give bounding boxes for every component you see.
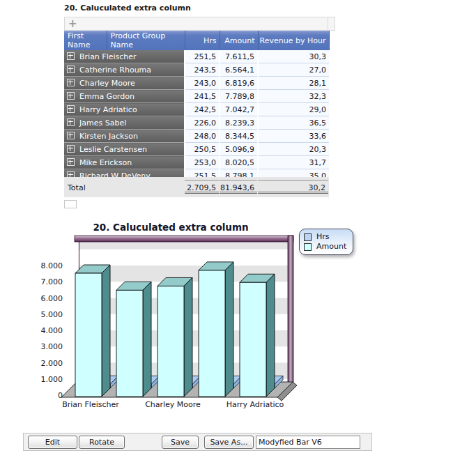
- data-grid: First NameProduct Group NameHrsAmountRev…: [64, 31, 330, 196]
- amount-bar-side: [225, 262, 233, 397]
- x-axis-category-label: Brian Fleischer: [62, 400, 119, 409]
- chart-legend: HrsAmount: [299, 229, 353, 255]
- edit-button[interactable]: Edit: [28, 436, 77, 449]
- row-hrs-cell: 253,0: [185, 156, 220, 169]
- row-amount-cell: 8.239,3: [220, 116, 258, 130]
- row-name-cell: Mike Erickson: [64, 156, 185, 169]
- total-amount-value: 81.943,6: [220, 180, 257, 194]
- row-name-label: Leslie Carstensen: [79, 145, 147, 154]
- table-row[interactable]: Mike Erickson253,08.020,531,7: [64, 156, 329, 169]
- row-revenue-by-hour-cell: 27,0: [258, 63, 329, 77]
- row-name-cell: James Sabel: [64, 116, 185, 130]
- chart-frame-right: [288, 236, 293, 385]
- row-name-label: Brian Fleischer: [79, 52, 137, 61]
- save-as-button[interactable]: Save As...: [204, 436, 254, 449]
- amount-bar-side: [266, 274, 275, 397]
- row-amount-cell: 7.611,5: [220, 50, 258, 63]
- add-column-icon[interactable]: +: [68, 18, 77, 29]
- expand-icon[interactable]: [67, 145, 75, 153]
- row-name-cell: Charley Moore: [64, 77, 185, 90]
- y-axis-tick-label: 2.000: [41, 359, 63, 368]
- row-hrs-cell: 241,5: [185, 90, 220, 103]
- row-amount-cell: 5.096,9: [220, 143, 258, 156]
- toolbar-divider: [328, 17, 328, 30]
- row-hrs-cell: 251,5: [185, 50, 220, 63]
- amount-bar-side: [143, 282, 151, 397]
- column-header-hrs[interactable]: Hrs: [185, 31, 220, 50]
- row-hrs-cell: 242,5: [185, 103, 220, 116]
- row-hrs-cell: 243,0: [185, 77, 220, 90]
- row-name-label: Catherine Rhouma: [79, 66, 151, 75]
- row-revenue-by-hour-cell: 31,7: [258, 156, 329, 169]
- x-axis-category-label: Harry Adriatico: [227, 400, 284, 409]
- column-header-first-name[interactable]: First Name: [64, 31, 107, 50]
- amount-bar-side: [102, 265, 110, 397]
- row-name-cell: Emma Gordon: [64, 90, 185, 103]
- chart-name-input[interactable]: [256, 436, 360, 449]
- amount-bar-side: [184, 277, 192, 397]
- expand-icon[interactable]: [67, 105, 75, 113]
- row-amount-cell: 7.042,7: [220, 103, 258, 116]
- table-row[interactable]: Catherine Rhouma243,56.564,127,0: [64, 63, 329, 77]
- row-revenue-by-hour-cell: 33,6: [258, 130, 329, 143]
- y-axis-tick-label: 4.000: [41, 326, 63, 335]
- row-revenue-by-hour-cell: 30,3: [258, 50, 329, 63]
- grid-total-row: Total 2.709,5 81.943,6 30,2: [64, 177, 329, 197]
- row-name-cell: Brian Fleischer: [64, 50, 185, 63]
- report-title: 20. Caluculated extra column: [64, 3, 191, 13]
- expand-icon[interactable]: [67, 52, 75, 60]
- expand-icon[interactable]: [67, 118, 75, 126]
- row-hrs-cell: 248,0: [185, 130, 220, 143]
- y-axis-tick-label: 5.000: [41, 310, 63, 319]
- chart-controls-bar: Edit Rotate Save Save As...: [23, 433, 372, 451]
- row-name-cell: Catherine Rhouma: [64, 63, 185, 77]
- table-row[interactable]: James Sabel226,08.239,336,5: [64, 116, 329, 130]
- column-header-product-group-name[interactable]: Product Group Name: [107, 31, 185, 50]
- amount-bar: [158, 286, 184, 397]
- row-amount-cell: 6.819,6: [220, 77, 258, 90]
- row-amount-cell: 7.789,8: [220, 90, 258, 103]
- table-row[interactable]: Kirsten Jackson248,08.344,533,6: [64, 130, 329, 143]
- y-axis-tick-label: 8.000: [41, 261, 63, 270]
- column-header-amount[interactable]: Amount: [220, 31, 258, 50]
- row-hrs-cell: 243,5: [185, 63, 220, 77]
- amount-bar: [75, 273, 102, 397]
- row-amount-cell: 8.344,5: [220, 130, 258, 143]
- table-row[interactable]: Harry Adriatico242,57.042,729,0: [64, 103, 329, 116]
- row-name-label: James Sabel: [79, 118, 126, 128]
- expand-icon[interactable]: [67, 132, 75, 139]
- row-revenue-by-hour-cell: 29,0: [258, 103, 329, 116]
- table-row[interactable]: Emma Gordon241,57.789,832,3: [64, 90, 329, 103]
- row-name-label: Harry Adriatico: [79, 105, 137, 114]
- amount-bar: [116, 290, 143, 397]
- total-label: Total: [68, 183, 86, 192]
- row-hrs-cell: 226,0: [185, 116, 220, 130]
- wall-band: [79, 242, 288, 249]
- row-name-label: Kirsten Jackson: [79, 132, 138, 141]
- y-axis-tick-label: 6.000: [41, 294, 63, 303]
- chart-title: 20. Caluculated extra column: [93, 222, 248, 233]
- amount-bar: [199, 270, 225, 397]
- row-revenue-by-hour-cell: 28,1: [258, 77, 329, 90]
- expand-icon[interactable]: [67, 79, 75, 86]
- table-row[interactable]: Brian Fleischer251,57.611,530,3: [64, 50, 329, 63]
- expand-icon[interactable]: [67, 92, 75, 100]
- legend-item-amount: Amount: [304, 242, 346, 252]
- y-axis-tick-label: 0: [58, 391, 63, 400]
- chart-area: 01.0002.0003.0004.0005.0006.0007.0008.00…: [28, 217, 383, 424]
- legend-swatch-icon: [304, 243, 312, 251]
- save-button[interactable]: Save: [162, 436, 199, 449]
- row-amount-cell: 8.020,5: [220, 156, 258, 169]
- row-name-cell: Kirsten Jackson: [64, 130, 185, 143]
- table-row[interactable]: Leslie Carstensen250,55.096,920,3: [64, 143, 329, 156]
- row-name-cell: Harry Adriatico: [64, 103, 185, 116]
- x-axis-category-label: Charley Moore: [145, 400, 201, 409]
- expand-icon[interactable]: [67, 66, 75, 73]
- table-row[interactable]: Charley Moore243,06.819,628,1: [64, 77, 329, 90]
- row-name-label: Mike Erickson: [79, 158, 132, 167]
- column-header-revenue-by-hour[interactable]: Revenue by Hour: [258, 31, 329, 50]
- expand-icon[interactable]: [67, 158, 75, 166]
- rotate-button[interactable]: Rotate: [79, 436, 125, 449]
- row-name-label: Charley Moore: [79, 79, 135, 88]
- row-name-cell: Leslie Carstensen: [64, 143, 185, 156]
